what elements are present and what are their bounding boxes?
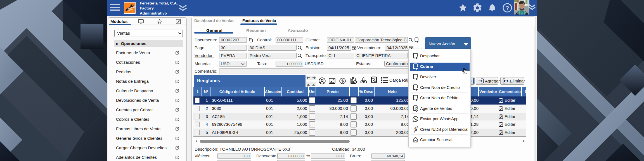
svg-text:?: ?	[506, 5, 509, 11]
svg-text:$: $	[415, 127, 417, 132]
svg-text:$: $	[342, 79, 344, 83]
